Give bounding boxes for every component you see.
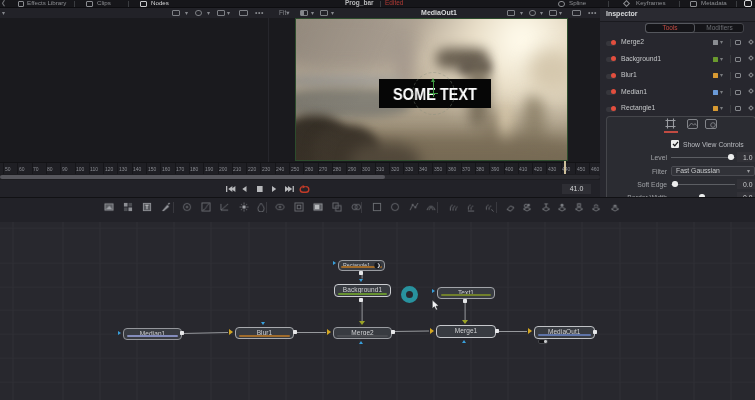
svg-text:T: T [145, 203, 149, 210]
